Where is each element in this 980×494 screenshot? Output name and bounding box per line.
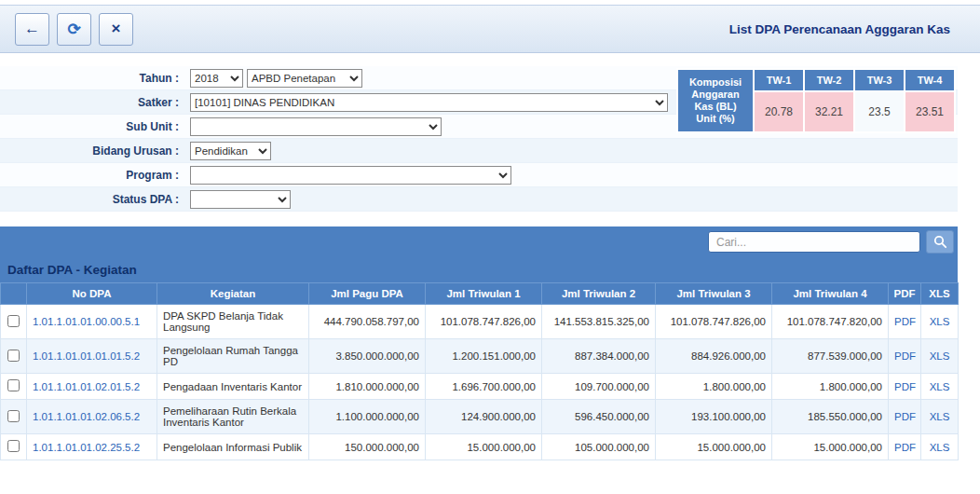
back-icon: ← (24, 20, 40, 38)
filter-row-status: Status DPA : (0, 187, 958, 212)
status-dpa-label: Status DPA : (0, 193, 186, 206)
no-dpa-cell: 1.01.1.01.01.02.06.5.2 (27, 400, 157, 434)
no-dpa-link[interactable]: 1.01.1.01.01.02.01.5.2 (33, 381, 140, 392)
program-label: Program : (0, 169, 186, 182)
row-checkbox[interactable] (7, 410, 20, 422)
no-dpa-link[interactable]: 1.01.1.01.01.00.00.5.1 (33, 316, 140, 327)
kegiatan-cell: Pengelolaan Rumah Tangga PD (157, 339, 309, 374)
komposisi-header-row: Komposisi Anggaran Kas (BL) Unit (%) TW-… (677, 69, 955, 91)
no-dpa-link[interactable]: 1.01.1.01.01.02.06.5.2 (33, 411, 140, 422)
triwulan-1-cell: 1.696.700.000,00 (426, 374, 542, 400)
satker-select[interactable]: [10101] DINAS PENDIDIKAN (190, 93, 668, 112)
no-dpa-link[interactable]: 1.01.1.01.01.01.01.5.2 (33, 350, 140, 362)
pagu-cell: 1.810.000.000,00 (309, 374, 426, 400)
triwulan-3-cell: 193.100.000,00 (656, 400, 772, 434)
xls-link[interactable]: XLS (930, 350, 950, 362)
status-dpa-select[interactable] (190, 190, 291, 209)
pdf-cell: PDF (889, 339, 921, 374)
table-row: 1.01.1.01.01.02.01.5.2 Pengadaan Inventa… (1, 374, 959, 400)
col-header-triwulan-3: Jml Triwulan 3 (656, 283, 772, 305)
pdf-cell: PDF (889, 374, 921, 400)
no-dpa-link[interactable]: 1.01.1.01.01.02.25.5.2 (33, 442, 140, 453)
col-header-checkbox (1, 283, 27, 305)
row-checkbox[interactable] (7, 350, 20, 362)
row-checkbox-cell (1, 400, 27, 434)
search-input[interactable] (708, 231, 920, 253)
table-row: 1.01.1.01.01.02.06.5.2 Pemeliharaan Ruti… (1, 400, 959, 434)
xls-link[interactable]: XLS (930, 381, 950, 392)
pagu-cell: 444.790.058.797,00 (309, 305, 426, 339)
triwulan-4-cell: 15.000.000,00 (772, 434, 889, 460)
row-checkbox-cell (1, 374, 27, 400)
pdf-link[interactable]: PDF (894, 442, 916, 453)
row-checkbox-cell (1, 305, 27, 339)
triwulan-1-cell: 1.200.151.000,00 (426, 339, 542, 374)
pagu-cell: 1.100.000.000,00 (309, 400, 426, 434)
xls-cell: XLS (921, 374, 959, 400)
komposisi-col-tw4: TW-4 (905, 69, 955, 91)
subunit-select[interactable] (190, 117, 442, 136)
table-row: 1.01.1.01.01.02.25.5.2 Pengelolaan Infor… (1, 434, 959, 460)
row-checkbox[interactable] (7, 440, 20, 452)
triwulan-2-cell: 596.450.000,00 (542, 400, 656, 434)
triwulan-4-cell: 1.800.000,00 (772, 374, 889, 400)
back-button[interactable]: ← (15, 13, 49, 46)
triwulan-3-cell: 884.926.000,00 (656, 339, 772, 374)
triwulan-3-cell: 101.078.747.826,00 (656, 305, 772, 339)
search-icon (933, 235, 947, 249)
no-dpa-cell: 1.01.1.01.01.00.00.5.1 (27, 305, 157, 339)
pdf-link[interactable]: PDF (894, 411, 916, 422)
table-panel-header: Daftar DPA - Kegiatan (0, 226, 958, 282)
triwulan-4-cell: 877.539.000,00 (772, 339, 889, 374)
triwulan-2-cell: 887.384.000,00 (542, 339, 656, 374)
xls-cell: XLS (921, 434, 959, 460)
pdf-link[interactable]: PDF (894, 381, 916, 392)
komposisi-value-tw3: 23.5 (854, 91, 905, 132)
kegiatan-cell: Pengelolaan Informasi Publik (157, 434, 309, 460)
pdf-cell: PDF (889, 305, 921, 339)
col-header-xls: XLS (921, 283, 959, 305)
triwulan-3-cell: 1.800.000,00 (656, 374, 772, 400)
satker-label: Satker : (0, 96, 186, 109)
apbd-select[interactable]: APBD Penetapan (247, 69, 362, 88)
komposisi-value-tw4: 23.51 (905, 91, 955, 132)
page-title: List DPA Perencanaan Agggaran Kas (729, 22, 950, 36)
search-bar (0, 226, 958, 257)
pdf-cell: PDF (889, 400, 921, 434)
refresh-button[interactable]: ⟳ (57, 13, 91, 46)
col-header-triwulan-1: Jml Triwulan 1 (426, 283, 542, 305)
bidang-urusan-select[interactable]: Pendidikan (190, 142, 271, 160)
col-header-triwulan-4: Jml Triwulan 4 (772, 283, 889, 305)
pdf-link[interactable]: PDF (894, 350, 916, 362)
col-header-no-dpa: No DPA (27, 283, 157, 305)
xls-link[interactable]: XLS (930, 316, 950, 327)
close-button[interactable]: × (99, 13, 133, 46)
triwulan-2-cell: 141.553.815.325,00 (542, 305, 656, 339)
dpa-table: No DPA Kegiatan Jml Pagu DPA Jml Triwula… (0, 282, 959, 460)
xls-link[interactable]: XLS (930, 442, 950, 453)
pdf-link[interactable]: PDF (894, 316, 916, 327)
program-select[interactable] (190, 166, 511, 185)
row-checkbox[interactable] (7, 315, 20, 327)
col-header-kegiatan: Kegiatan (157, 283, 309, 305)
no-dpa-cell: 1.01.1.01.01.02.25.5.2 (27, 434, 157, 460)
tahun-select[interactable]: 2018 (190, 69, 243, 88)
no-dpa-cell: 1.01.1.01.01.01.01.5.2 (27, 339, 157, 374)
row-checkbox-cell (1, 339, 27, 374)
triwulan-1-cell: 124.900.000,00 (426, 400, 542, 434)
top-toolbar: ← ⟳ × List DPA Perencanaan Agggaran Kas (0, 5, 980, 53)
xls-link[interactable]: XLS (930, 411, 950, 422)
tahun-label: Tahun : (0, 72, 186, 85)
xls-cell: XLS (921, 305, 959, 339)
search-button[interactable] (926, 230, 954, 254)
dpa-header-row: No DPA Kegiatan Jml Pagu DPA Jml Triwula… (1, 283, 959, 305)
triwulan-4-cell: 185.550.000,00 (772, 400, 889, 434)
kegiatan-cell: Pengadaan Inventaris Kantor (157, 374, 309, 400)
section-title: Daftar DPA - Kegiatan (0, 257, 958, 282)
komposisi-col-tw2: TW-2 (804, 69, 854, 91)
komposisi-value-tw2: 32.21 (804, 91, 854, 132)
row-checkbox[interactable] (7, 379, 20, 391)
triwulan-2-cell: 109.700.000,00 (542, 374, 656, 400)
pagu-cell: 150.000.000,00 (309, 434, 426, 460)
col-header-pagu: Jml Pagu DPA (309, 283, 426, 305)
